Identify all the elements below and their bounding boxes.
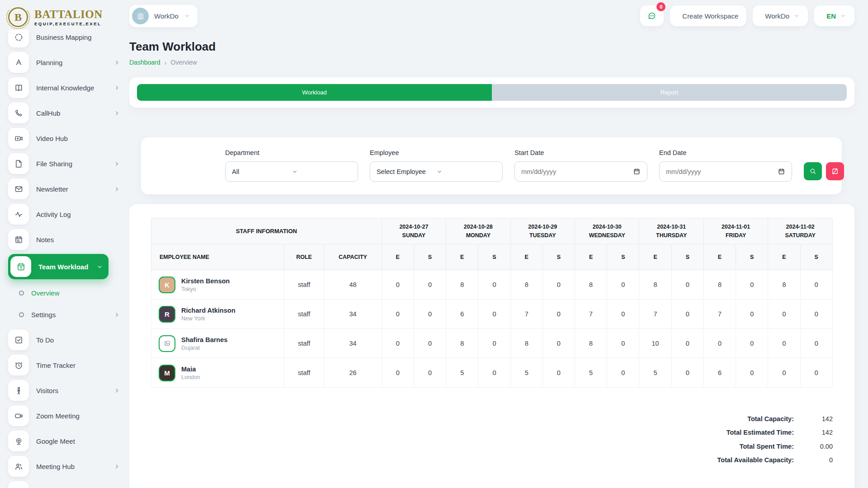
reset-filter-button[interactable] — [826, 162, 844, 180]
brand-tagline: EQUIP,EXECUTE,EXEL — [34, 21, 103, 26]
chevron-right-icon — [113, 160, 120, 167]
spent-header: S — [542, 244, 575, 270]
sidebar-item-internal-knowledge[interactable]: Internal Knowledge — [8, 75, 120, 100]
day-column-header: 2024-10-31THURSDAY — [639, 218, 703, 244]
estimated-cell: 0 — [382, 329, 414, 358]
estimated-header: E — [510, 244, 542, 270]
tabs-card: Workload Report — [129, 77, 854, 108]
breadcrumb-separator: › — [165, 59, 167, 66]
spent-cell: 0 — [671, 329, 703, 358]
end-date-input[interactable] — [659, 161, 792, 182]
employee-name: Richard Atkinson — [181, 306, 236, 315]
chevron-right-icon — [113, 463, 120, 470]
sidebar-item-planning[interactable]: Planning — [8, 50, 120, 75]
sidebar-item-time-tracker[interactable]: Time Tracker — [8, 352, 120, 378]
sidebar: B BATTALION EQUIP,EXECUTE,EXEL Business … — [0, 0, 128, 488]
sidebar-item-zoom-meeting[interactable]: Zoom Meeting — [8, 403, 120, 428]
sidebar-item-newsletter[interactable]: Newsletter — [8, 176, 120, 202]
breadcrumb-dashboard-link[interactable]: Dashboard — [129, 59, 160, 66]
sidebar-item-notes[interactable]: Notes — [8, 227, 120, 252]
estimated-cell: 8 — [575, 270, 607, 300]
estimated-cell: 8 — [510, 329, 542, 358]
spent-cell: 0 — [478, 358, 510, 388]
spent-cell: 0 — [607, 300, 639, 329]
tab-report[interactable]: Report — [492, 84, 847, 101]
activity-icon — [8, 204, 29, 225]
chevron-right-icon — [113, 186, 120, 192]
end-date-label: End Date — [659, 149, 792, 156]
capacity-cell: 26 — [324, 358, 382, 388]
sidebar-subitem-overview[interactable]: Overview — [8, 282, 120, 304]
sidebar-item-feedback[interactable]: Feedback — [8, 479, 120, 488]
sidebar-item-team-workload[interactable]: Team Workload — [8, 254, 108, 279]
video-cam-icon — [8, 405, 29, 426]
chevron-down-icon — [840, 13, 846, 19]
calendar-icon[interactable] — [633, 168, 641, 175]
sidebar-item-label: Google Meet — [36, 437, 120, 445]
workspace-selector[interactable]: WorkDo — [129, 5, 198, 27]
sidebar-item-video-hub[interactable]: Video Hub — [8, 126, 120, 151]
workdo-menu-button[interactable]: WorkDo — [753, 5, 808, 26]
employee-name: Shafira Barnes — [181, 336, 227, 344]
employee-row: RRichard AtkinsonNew Yorkstaff3400607070… — [151, 300, 833, 329]
sidebar-item-google-meet[interactable]: Google Meet — [8, 428, 120, 454]
total-value: 142 — [794, 414, 833, 424]
filter-card: Department All Employee Select Employee … — [141, 137, 842, 194]
sidebar-item-to-do[interactable]: To Do — [8, 327, 120, 352]
total-label: Total Spent Time: — [715, 441, 794, 451]
estimated-header: E — [768, 244, 800, 270]
circle-icon — [19, 312, 24, 317]
calendar-icon[interactable] — [778, 168, 785, 175]
chevron-right-icon — [113, 387, 120, 394]
sidebar-item-label: Team Workload — [38, 263, 89, 271]
total-value: 142 — [794, 427, 833, 437]
sidebar-subitem-settings[interactable]: Settings — [8, 304, 120, 325]
estimated-cell: 5 — [575, 358, 607, 388]
sidebar-item-label: Activity Log — [36, 211, 120, 218]
search-button[interactable] — [804, 162, 822, 180]
sidebar-item-callhub[interactable]: CallHub — [8, 100, 120, 126]
chevron-right-icon — [113, 84, 120, 91]
sidebar-item-file-sharing[interactable]: File Sharing — [8, 151, 120, 176]
spent-cell: 0 — [607, 270, 639, 300]
sidebar-item-visitors[interactable]: Visitors — [8, 378, 120, 403]
chevron-right-icon — [113, 311, 120, 318]
total-label: Total Capacity: — [715, 414, 794, 424]
spent-cell: 0 — [736, 358, 768, 388]
language-selector[interactable]: EN — [814, 5, 854, 26]
alarm-icon — [8, 355, 29, 375]
start-date-input[interactable] — [514, 161, 647, 182]
video-plus-icon — [8, 128, 29, 149]
sidebar-item-meeting-hub[interactable]: Meeting Hub — [8, 454, 120, 479]
sidebar-item-label: Business Mapping — [36, 33, 120, 41]
users-icon — [8, 456, 29, 477]
employee-location: London — [181, 374, 200, 380]
spent-cell: 0 — [414, 329, 446, 358]
department-select[interactable]: All — [225, 161, 358, 182]
estimated-cell: 5 — [446, 358, 478, 388]
employee-name: Kirsten Benson — [181, 277, 230, 286]
sidebar-item-label: Time Tracker — [36, 361, 120, 369]
department-label: Department — [225, 149, 358, 156]
estimated-header: E — [703, 244, 736, 270]
day-column-header: 2024-10-28MONDAY — [446, 218, 510, 244]
estimated-cell: 6 — [446, 300, 478, 329]
estimated-cell: 6 — [703, 358, 736, 388]
spent-cell: 0 — [671, 300, 703, 329]
sidebar-item-label: Internal Knowledge — [36, 84, 106, 92]
messages-button[interactable]: 0 — [640, 5, 664, 26]
calendar-1-icon — [10, 256, 31, 277]
spent-cell: 0 — [542, 358, 575, 388]
spent-cell: 0 — [478, 270, 510, 300]
top-bar: WorkDo 0 Create Workspace WorkDo EN — [129, 0, 854, 32]
sidebar-item-label: Meeting Hub — [36, 463, 106, 470]
create-workspace-button[interactable]: Create Workspace — [670, 5, 746, 26]
chevron-down-icon — [184, 13, 190, 19]
employee-select[interactable]: Select Employee — [370, 161, 503, 182]
estimated-header: E — [575, 244, 607, 270]
employee-label: Employee — [370, 149, 503, 156]
tab-workload[interactable]: Workload — [137, 84, 492, 101]
spent-cell: 0 — [671, 270, 703, 300]
sidebar-item-activity-log[interactable]: Activity Log — [8, 202, 120, 227]
estimated-cell: 5 — [639, 358, 671, 388]
